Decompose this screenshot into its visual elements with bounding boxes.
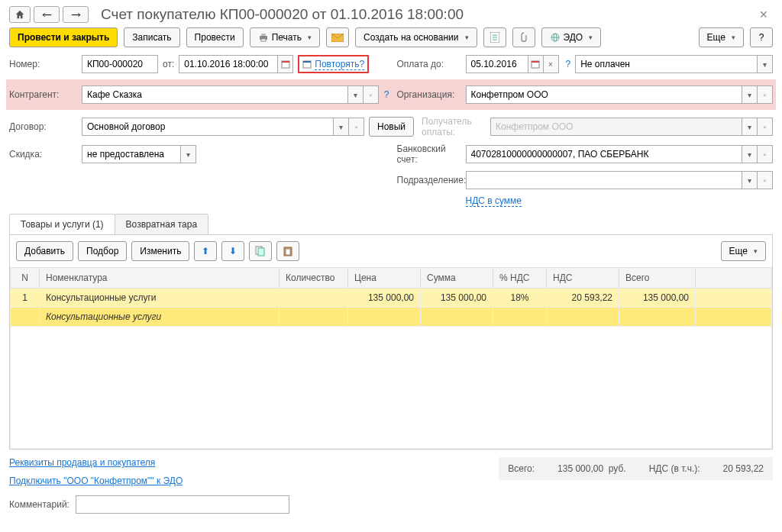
payee-input bbox=[490, 118, 742, 136]
paste-button[interactable] bbox=[276, 241, 299, 261]
create-based-button[interactable]: Создать на основании bbox=[355, 27, 477, 47]
open-icon[interactable]: ▫ bbox=[758, 145, 773, 163]
dropdown-icon[interactable]: ▾ bbox=[334, 118, 349, 136]
copy-button[interactable] bbox=[249, 241, 272, 261]
dropdown-icon: ▾ bbox=[742, 118, 758, 136]
print-button[interactable]: Печать bbox=[250, 27, 320, 47]
repeat-link[interactable]: Повторять? bbox=[315, 59, 364, 70]
close-icon[interactable]: ✕ bbox=[755, 7, 773, 22]
svg-rect-20 bbox=[286, 249, 290, 255]
discount-select[interactable] bbox=[82, 145, 181, 163]
counterparty-label: Контрагент: bbox=[9, 89, 74, 100]
move-down-button[interactable]: ⬇ bbox=[221, 241, 244, 261]
seller-details-link[interactable]: Реквизиты продавца и покупателя bbox=[9, 457, 183, 468]
col-total: Всего bbox=[619, 268, 696, 289]
help-button[interactable]: ? bbox=[750, 27, 773, 47]
svg-rect-12 bbox=[282, 61, 289, 63]
calendar-icon[interactable] bbox=[528, 55, 544, 73]
contract-label: Договор: bbox=[9, 121, 74, 132]
tab-goods[interactable]: Товары и услуги (1) bbox=[9, 214, 115, 234]
post-and-close-button[interactable]: Провести и закрыть bbox=[9, 27, 118, 47]
dropdown-icon[interactable]: ▾ bbox=[181, 145, 196, 163]
status-select[interactable] bbox=[575, 55, 758, 73]
dropdown-icon[interactable]: ▾ bbox=[742, 171, 758, 189]
vat-mode-link[interactable]: НДС в сумме bbox=[466, 195, 522, 207]
org-input[interactable] bbox=[466, 85, 743, 104]
email-button[interactable] bbox=[326, 27, 349, 47]
calendar-period-icon bbox=[302, 60, 312, 69]
attach-button[interactable] bbox=[512, 27, 535, 47]
select-button[interactable]: Подбор bbox=[78, 241, 127, 261]
open-icon[interactable]: ▫ bbox=[758, 171, 773, 189]
pay-until-input[interactable] bbox=[466, 55, 528, 73]
svg-rect-14 bbox=[303, 61, 311, 63]
post-button[interactable]: Провести bbox=[186, 27, 244, 47]
svg-rect-1 bbox=[261, 34, 266, 36]
open-icon[interactable]: ▫ bbox=[758, 85, 773, 104]
dropdown-icon[interactable]: ▾ bbox=[758, 55, 773, 73]
svg-rect-18 bbox=[258, 248, 264, 256]
repeat-frame: Повторять? bbox=[298, 55, 369, 73]
contract-input[interactable] bbox=[82, 118, 334, 136]
table-row[interactable]: 1 Консультационные услуги 135 000,00 135… bbox=[11, 289, 772, 308]
col-qty: Количество bbox=[280, 268, 348, 289]
add-row-button[interactable]: Добавить bbox=[16, 241, 73, 261]
payee-label: Получатель оплаты: bbox=[422, 116, 483, 137]
dropdown-icon[interactable]: ▾ bbox=[348, 85, 364, 104]
open-icon[interactable]: ▫ bbox=[364, 85, 379, 104]
connect-edo-link[interactable]: Подключить "ООО "Конфетпром"" к ЭДО bbox=[9, 476, 183, 486]
move-up-button[interactable]: ⬆ bbox=[194, 241, 217, 261]
dropdown-icon[interactable]: ▾ bbox=[742, 145, 758, 163]
col-blank bbox=[696, 268, 772, 289]
number-input[interactable] bbox=[82, 55, 158, 73]
open-icon[interactable]: ▫ bbox=[758, 118, 773, 136]
pay-until-label: Оплата до: bbox=[397, 59, 458, 69]
forward-button[interactable]: 🡒 bbox=[63, 6, 89, 23]
page-title: Счет покупателю КП00-000020 от 01.10.201… bbox=[101, 6, 464, 23]
svg-rect-2 bbox=[261, 39, 266, 41]
col-nomen: Номенклатура bbox=[40, 268, 280, 289]
division-label: Подразделение: bbox=[397, 175, 458, 185]
save-button[interactable]: Записать bbox=[124, 27, 179, 47]
paperclip-icon bbox=[520, 32, 528, 43]
clear-icon[interactable]: × bbox=[544, 55, 559, 73]
date-input[interactable] bbox=[179, 55, 278, 73]
svg-rect-16 bbox=[532, 61, 539, 63]
new-contract-button[interactable]: Новый bbox=[369, 117, 414, 137]
bank-label: Банковский счет: bbox=[397, 143, 458, 165]
comment-input[interactable] bbox=[76, 495, 289, 514]
table-more-button[interactable]: Еще bbox=[721, 241, 766, 261]
org-label: Организация: bbox=[397, 89, 458, 100]
globe-icon bbox=[550, 33, 561, 42]
comment-label: Комментарий: bbox=[9, 499, 69, 510]
dropdown-icon[interactable]: ▾ bbox=[742, 85, 758, 104]
number-label: Номер: bbox=[9, 59, 74, 69]
items-table: N Номенклатура Количество Цена Сумма % Н… bbox=[10, 267, 772, 449]
printer-icon bbox=[258, 33, 269, 42]
table-row-sub[interactable]: Консультационные услуги bbox=[11, 308, 772, 327]
col-sum: Сумма bbox=[421, 268, 493, 289]
from-label: от: bbox=[163, 59, 174, 69]
report-button[interactable] bbox=[483, 27, 506, 47]
back-button[interactable]: 🡐 bbox=[34, 6, 60, 23]
copy-icon bbox=[255, 246, 266, 256]
counterparty-input[interactable] bbox=[82, 85, 348, 104]
totals-bar: Всего: 135 000,00 руб. НДС (в т.ч.): 20 … bbox=[499, 457, 773, 480]
more-button[interactable]: Еще bbox=[699, 27, 744, 47]
open-icon[interactable]: ▫ bbox=[349, 118, 364, 136]
tab-tara[interactable]: Возвратная тара bbox=[115, 214, 209, 234]
change-button[interactable]: Изменить bbox=[131, 241, 189, 261]
discount-label: Скидка: bbox=[9, 149, 74, 160]
division-input[interactable] bbox=[466, 171, 743, 189]
help-date-link[interactable]: ? bbox=[566, 59, 571, 69]
col-vat: НДС bbox=[547, 268, 619, 289]
help-counterparty-link[interactable]: ? bbox=[384, 89, 389, 100]
col-n: N bbox=[11, 268, 40, 289]
edo-button[interactable]: ЭДО bbox=[541, 27, 602, 47]
col-price: Цена bbox=[348, 268, 421, 289]
home-button[interactable] bbox=[9, 6, 31, 23]
bank-input[interactable] bbox=[466, 145, 743, 163]
envelope-icon bbox=[331, 34, 344, 42]
calendar-icon[interactable] bbox=[278, 55, 293, 73]
col-vat-pct: % НДС bbox=[493, 268, 547, 289]
